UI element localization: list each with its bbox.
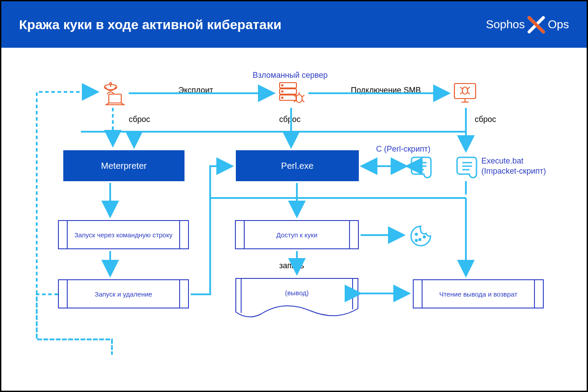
label-reset: сброс xyxy=(475,115,496,124)
svg-line-20 xyxy=(460,92,462,94)
label-hacked-server: Взломанный сервер xyxy=(253,71,327,80)
svg-point-18 xyxy=(462,87,468,94)
svg-point-32 xyxy=(415,240,417,241)
sophos-xops-logo: Sophos Ops xyxy=(486,15,569,34)
svg-line-22 xyxy=(468,92,470,94)
page-title: Кража куки в ходе активной кибератаки xyxy=(19,17,281,32)
x-icon xyxy=(527,15,546,34)
node-label: Запуск через командную строку xyxy=(74,231,173,239)
label-reset: сброс xyxy=(279,115,300,124)
node-label: Meterpreter xyxy=(101,161,146,171)
node-launch-delete: Запуск и удаление xyxy=(58,279,189,308)
svg-line-13 xyxy=(302,100,304,102)
node-meterpreter: Meterpreter xyxy=(63,150,184,181)
svg-point-29 xyxy=(415,233,417,235)
svg-point-8 xyxy=(282,97,283,99)
cookie-icon xyxy=(408,224,433,250)
scroll-icon xyxy=(411,154,434,181)
node-label: Чтение вывода и возврат xyxy=(439,290,518,298)
node-label: Запуск и удаление xyxy=(95,290,152,298)
node-perl-exe: Perl.exe xyxy=(236,150,359,181)
svg-rect-2 xyxy=(109,94,121,103)
diagram-canvas: Взломанный сервер Эксплоит Подключение S… xyxy=(1,48,587,391)
scroll-icon xyxy=(456,154,479,181)
logo-text-left: Sophos xyxy=(486,18,525,31)
logo-text-right: Ops xyxy=(548,18,569,31)
node-read-return: Чтение вывода и возврат xyxy=(413,279,544,308)
node-label: Perl.exe xyxy=(281,161,313,171)
svg-line-12 xyxy=(302,95,304,97)
svg-point-7 xyxy=(282,91,283,92)
svg-point-1 xyxy=(110,83,111,84)
header: Кража куки в ходе активной кибератаки So… xyxy=(1,1,587,48)
label-reset: сброс xyxy=(129,115,150,124)
svg-line-19 xyxy=(460,87,462,89)
server-bug-icon xyxy=(278,81,304,107)
node-cmd-launch: Запуск через командную строку xyxy=(58,220,189,249)
infected-pc-icon xyxy=(453,81,477,107)
label-write: запись xyxy=(279,261,304,270)
svg-line-21 xyxy=(468,87,470,89)
node-output: (вывод) xyxy=(235,278,359,313)
svg-point-30 xyxy=(419,239,421,240)
hacker-icon xyxy=(101,81,126,107)
label-exploit: Эксплоит xyxy=(178,86,213,95)
label-execute-bat: Execute.bat (Impacket-скрипт) xyxy=(481,156,546,177)
svg-point-6 xyxy=(282,85,283,86)
label-c-perl: C (Perl-скрипт) xyxy=(376,145,430,154)
node-label: Доступ к куки xyxy=(277,231,318,239)
svg-point-31 xyxy=(423,236,425,238)
node-cookie-access: Доступ к куки xyxy=(235,220,359,249)
node-label: (вывод) xyxy=(235,289,359,297)
label-smb: Подключение SMB xyxy=(351,86,421,95)
svg-rect-15 xyxy=(454,84,476,99)
